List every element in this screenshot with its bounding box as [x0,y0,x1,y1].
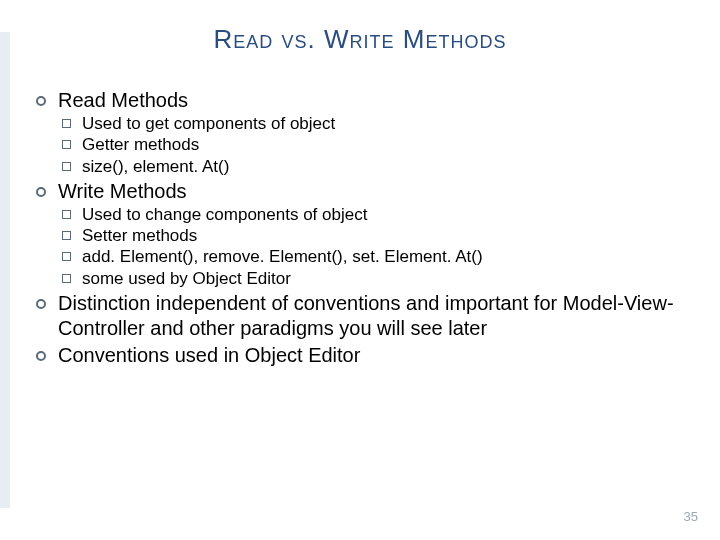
sub-bullet: Setter methods [62,225,686,246]
slide: Read vs. Write Methods Read Methods Used… [0,0,720,540]
bullet-conventions: Conventions used in Object Editor [36,343,686,368]
bullet-read-methods: Read Methods [36,88,686,113]
sub-bullet: add. Element(), remove. Element(), set. … [62,246,686,267]
bullet-distinction: Distinction independent of conventions a… [36,291,686,341]
slide-title: Read vs. Write Methods [0,24,720,55]
slide-body: Read Methods Used to get components of o… [36,86,686,368]
sub-bullet: Getter methods [62,134,686,155]
sub-bullet: Used to change components of object [62,204,686,225]
sub-bullet: size(), element. At() [62,156,686,177]
bullet-write-methods: Write Methods [36,179,686,204]
page-number: 35 [684,509,698,524]
sub-bullet: Used to get components of object [62,113,686,134]
sub-bullet: some used by Object Editor [62,268,686,289]
